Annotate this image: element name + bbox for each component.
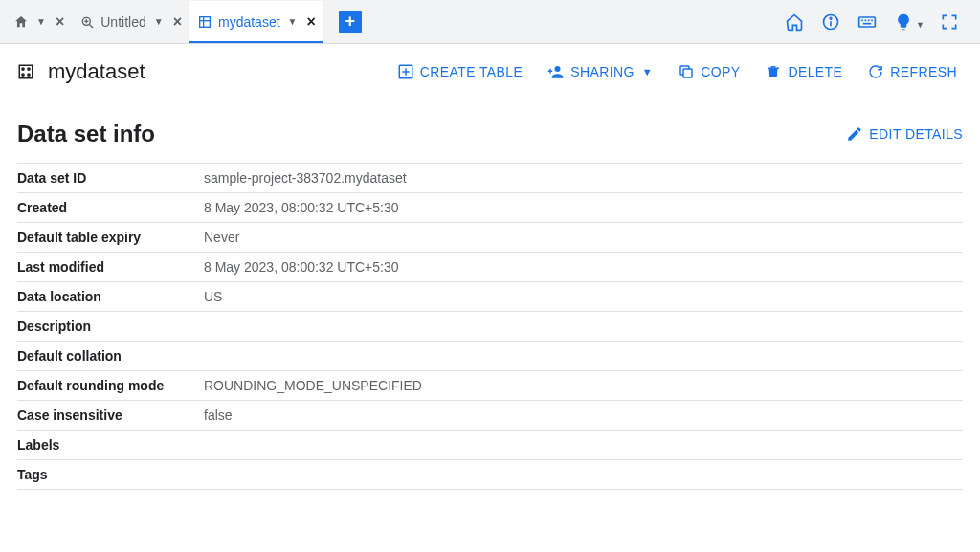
info-value: sample-project-383702.mydataset	[204, 164, 963, 193]
info-label: Tags	[17, 460, 204, 490]
info-label: Data set ID	[17, 164, 204, 193]
svg-point-17	[22, 67, 24, 69]
info-label: Last modified	[17, 253, 204, 282]
dataset-icon	[17, 63, 34, 80]
chevron-down-icon: ▼	[642, 66, 653, 77]
info-label: Default rounding mode	[17, 371, 204, 401]
info-label: Default collation	[17, 342, 204, 371]
sharing-label: SHARING	[570, 64, 635, 79]
chevron-down-icon[interactable]: ▼	[36, 16, 46, 27]
info-label: Created	[17, 193, 204, 223]
add-box-icon	[397, 63, 414, 80]
dataset-title: mydataset	[17, 59, 378, 84]
lightbulb-icon[interactable]: ▼	[894, 12, 913, 32]
info-value	[204, 342, 963, 371]
edit-details-label: EDIT DETAILS	[869, 126, 963, 142]
copy-icon	[678, 63, 695, 80]
info-icon[interactable]	[821, 12, 840, 32]
info-row: Case insensitivefalse	[17, 401, 963, 431]
create-table-button[interactable]: CREATE TABLE	[391, 57, 529, 86]
info-value: Never	[204, 223, 963, 253]
tab-bar: ▼ × Untitled ▼ × mydataset ▼ × + ▼	[0, 0, 980, 44]
edit-details-button[interactable]: EDIT DETAILS	[846, 125, 963, 143]
keyboard-icon[interactable]	[858, 12, 877, 32]
chevron-down-icon[interactable]: ▼	[288, 16, 298, 27]
info-value: 8 May 2023, 08:00:32 UTC+5:30	[204, 193, 963, 223]
info-row: Created8 May 2023, 08:00:32 UTC+5:30	[17, 193, 963, 223]
svg-point-18	[28, 67, 30, 69]
tab-mydataset[interactable]: mydataset ▼ ×	[189, 1, 323, 43]
tab-untitled[interactable]: Untitled ▼ ×	[72, 1, 189, 43]
svg-rect-13	[868, 19, 870, 21]
info-label: Case insensitive	[17, 401, 204, 431]
info-value: US	[204, 282, 963, 312]
copy-label: COPY	[701, 64, 740, 79]
svg-point-20	[28, 73, 30, 75]
chevron-down-icon[interactable]: ▼	[916, 20, 924, 30]
pencil-icon	[846, 125, 863, 143]
svg-rect-15	[863, 22, 871, 24]
info-row: Labels	[17, 431, 963, 460]
info-value	[204, 431, 963, 460]
tab-untitled-label: Untitled	[100, 14, 145, 30]
content-header: Data set info EDIT DETAILS	[17, 121, 963, 147]
svg-rect-28	[768, 67, 779, 69]
info-row: Default collation	[17, 342, 963, 371]
svg-rect-10	[859, 17, 876, 27]
magnify-icon	[79, 14, 95, 30]
info-label: Labels	[17, 431, 204, 460]
svg-point-24	[555, 66, 561, 72]
trash-icon	[765, 63, 782, 80]
info-label: Data location	[17, 282, 204, 312]
sharing-button[interactable]: SHARING ▼	[542, 57, 658, 86]
info-row: Tags	[17, 460, 963, 490]
tab-home[interactable]: ▼ ×	[6, 1, 72, 43]
fullscreen-icon[interactable]	[940, 12, 959, 32]
create-table-label: CREATE TABLE	[420, 64, 523, 79]
info-row: Description	[17, 312, 963, 342]
home-shortcut-icon[interactable]	[785, 12, 804, 32]
copy-button[interactable]: COPY	[672, 57, 746, 86]
info-value: 8 May 2023, 08:00:32 UTC+5:30	[204, 253, 963, 282]
add-tab-button[interactable]: +	[339, 11, 362, 33]
section-title: Data set info	[17, 121, 846, 147]
info-value: ROUNDING_MODE_UNSPECIFIED	[204, 371, 963, 401]
info-value	[204, 460, 963, 490]
info-row: Data locationUS	[17, 282, 963, 312]
info-value: false	[204, 401, 963, 431]
svg-rect-14	[871, 19, 873, 21]
tab-mydataset-label: mydataset	[218, 14, 280, 30]
svg-rect-16	[19, 65, 33, 78]
close-icon[interactable]: ×	[56, 13, 64, 31]
info-value	[204, 312, 963, 342]
chevron-down-icon[interactable]: ▼	[154, 16, 164, 27]
svg-rect-12	[865, 19, 867, 21]
svg-line-1	[90, 24, 93, 27]
delete-button[interactable]: DELETE	[759, 57, 848, 86]
info-row: Last modified8 May 2023, 08:00:32 UTC+5:…	[17, 253, 963, 282]
home-icon	[13, 14, 29, 30]
svg-point-19	[22, 73, 24, 75]
close-icon[interactable]: ×	[306, 13, 315, 31]
svg-rect-11	[861, 19, 863, 21]
content-area: Data set info EDIT DETAILS Data set IDsa…	[0, 99, 980, 490]
info-label: Default table expiry	[17, 223, 204, 253]
person-add-icon	[547, 63, 565, 80]
svg-point-9	[830, 17, 832, 19]
info-label: Description	[17, 312, 204, 342]
info-row: Default table expiryNever	[17, 223, 963, 253]
delete-label: DELETE	[788, 64, 842, 79]
dataset-title-text: mydataset	[48, 59, 145, 84]
svg-rect-4	[200, 16, 211, 27]
dataset-info-table: Data set IDsample-project-383702.mydatas…	[17, 163, 963, 490]
refresh-icon	[867, 63, 884, 80]
action-bar: mydataset CREATE TABLE SHARING ▼ COPY DE…	[0, 44, 980, 99]
info-row: Data set IDsample-project-383702.mydatas…	[17, 164, 963, 193]
close-icon[interactable]: ×	[173, 13, 182, 31]
svg-rect-27	[683, 69, 692, 77]
refresh-label: REFRESH	[890, 64, 957, 79]
info-row: Default rounding modeROUNDING_MODE_UNSPE…	[17, 371, 963, 401]
tabbar-right-icons: ▼	[785, 12, 974, 32]
refresh-button[interactable]: REFRESH	[861, 57, 963, 86]
dataset-icon	[197, 14, 212, 30]
